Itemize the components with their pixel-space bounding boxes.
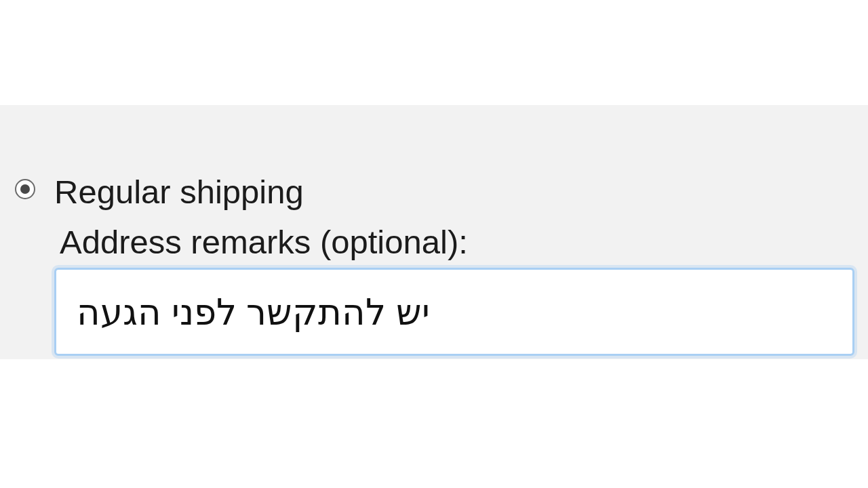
radio-dot-icon: [20, 184, 30, 194]
address-remarks-label: Address remarks (optional):: [60, 223, 868, 261]
form-section: Regular shipping Address remarks (option…: [0, 105, 868, 359]
address-remarks-input-wrap[interactable]: [54, 268, 854, 356]
shipping-radio-row[interactable]: Regular shipping: [15, 173, 868, 211]
address-remarks-input[interactable]: [59, 272, 850, 351]
radio-selected-icon[interactable]: [15, 179, 35, 199]
shipping-option-label: Regular shipping: [54, 173, 304, 211]
